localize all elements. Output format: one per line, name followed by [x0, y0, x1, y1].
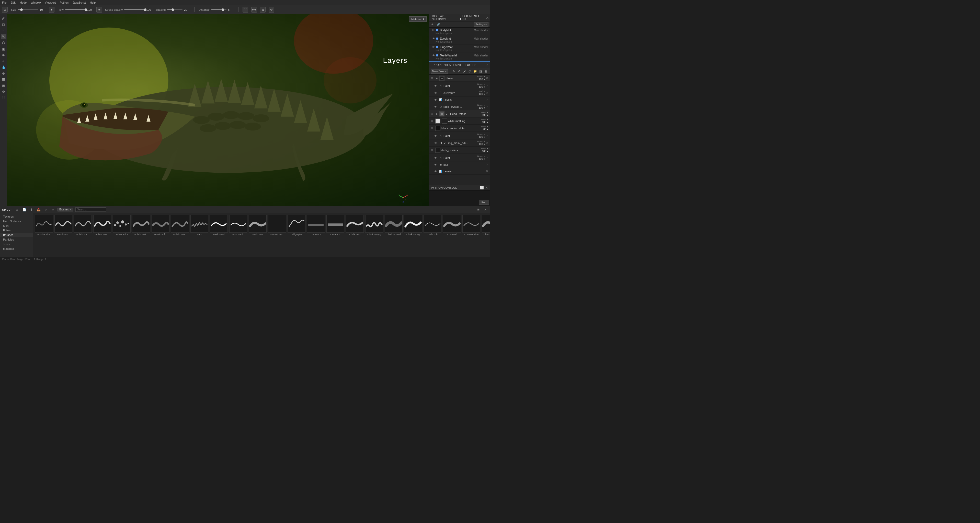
- sidebar-brushes[interactable]: Brushes: [0, 233, 33, 237]
- python-run-button[interactable]: Run: [479, 200, 489, 205]
- flow-shape-btn[interactable]: ●: [96, 7, 102, 13]
- sidebar-textures[interactable]: Textures: [0, 214, 33, 219]
- brush-item-6[interactable]: Artistic Soft...: [151, 215, 170, 236]
- texture-set-item-2[interactable]: 👁 FingerMat Main shader No description: [429, 44, 490, 53]
- close-blur[interactable]: ✕: [486, 163, 488, 166]
- layer-levels-2[interactable]: 👁 📊 Levels ✕: [429, 168, 490, 175]
- shelf-import-btn[interactable]: ⬆: [29, 207, 34, 212]
- tool-bake[interactable]: ⚙: [1, 89, 6, 95]
- brush-item-3[interactable]: Artistic Hea...: [93, 215, 111, 236]
- layer-refresh-btn[interactable]: ↺: [457, 69, 461, 74]
- close-mg-mask[interactable]: ✕: [486, 141, 488, 144]
- shelf-close-btn[interactable]: ✕: [483, 207, 488, 212]
- layer-mask-btn[interactable]: ◨: [478, 69, 483, 74]
- material-dropdown[interactable]: Material ▾: [409, 16, 426, 22]
- brush-item-13[interactable]: Calligraphic: [287, 215, 306, 236]
- tab-layers[interactable]: LAYERS: [463, 63, 479, 67]
- eye-paint-3[interactable]: 👁: [434, 156, 438, 159]
- brush-item-12[interactable]: Basmati Bru...: [268, 215, 286, 236]
- brush-item-8[interactable]: Bark: [190, 215, 208, 236]
- shelf-import2-btn[interactable]: 📥: [36, 207, 41, 212]
- close-paint-1[interactable]: ✕: [486, 84, 488, 87]
- expand-stains[interactable]: ▶: [435, 77, 438, 80]
- python-close-btn[interactable]: ✕: [485, 186, 488, 190]
- mirror-btn[interactable]: ⊞: [260, 7, 266, 13]
- brush-item-21[interactable]: Charcoal: [443, 215, 461, 236]
- close-paint-3[interactable]: ✕: [486, 156, 488, 159]
- eye-blur[interactable]: 👁: [434, 163, 438, 166]
- shelf-expand-btn[interactable]: ⊞: [14, 207, 20, 212]
- eye-icon-1[interactable]: 👁: [432, 37, 435, 40]
- python-body[interactable]: Run: [429, 190, 490, 206]
- brush-item-17[interactable]: Chalk Bumpy: [365, 215, 383, 236]
- layer-head-details[interactable]: 👁 ▶ 🖌 Head Details Norm ▾ 100 ▾: [429, 110, 490, 117]
- eye-paint-1[interactable]: 👁: [434, 84, 438, 87]
- eye-levels-2[interactable]: 👁: [434, 170, 438, 173]
- settings-button[interactable]: Settings ▾: [474, 22, 488, 27]
- texture-set-item-3[interactable]: 👁 TeethMaterial Main shader No descripti…: [429, 53, 490, 61]
- properties-close-btn[interactable]: ✕: [486, 63, 488, 67]
- shelf-brush-tag[interactable]: Brushes ✕: [57, 208, 73, 211]
- brush-item-20[interactable]: Chalk Thin: [423, 215, 442, 236]
- texture-set-item-1[interactable]: 👁 EyesMat Main shader No description: [429, 36, 490, 44]
- layer-brush-btn[interactable]: ✎: [452, 69, 456, 74]
- stroke-type-btn[interactable]: ⌒: [243, 7, 248, 13]
- tool-extra[interactable]: ☷: [1, 95, 6, 101]
- brush-item-14[interactable]: Cement 1: [307, 215, 325, 236]
- flow-slider[interactable]: [65, 9, 86, 10]
- eye-curvature[interactable]: 👁: [434, 92, 438, 95]
- tool-transform[interactable]: ⤢: [1, 58, 6, 64]
- sidebar-particles[interactable]: Particles: [0, 237, 33, 242]
- layer-ratio-crystal[interactable]: 👁 ⬡ ratio_crystal_1 Norm ▾ 100 ▾ ✕: [429, 103, 490, 110]
- menu-edit[interactable]: Edit: [11, 1, 16, 4]
- shelf-new-btn[interactable]: 📄: [22, 207, 27, 212]
- shelf-circle-btn[interactable]: ○: [50, 207, 56, 212]
- sidebar-tools[interactable]: Tools: [0, 242, 33, 246]
- tool-grid[interactable]: ⊞: [1, 83, 6, 88]
- brush-item-23[interactable]: Charcoal Fu...: [482, 215, 490, 236]
- tool-erase[interactable]: ◻: [1, 21, 6, 27]
- menu-mode[interactable]: Mode: [20, 1, 27, 4]
- layer-fill-btn[interactable]: ⬡: [468, 69, 472, 74]
- menu-viewport[interactable]: Viewport: [45, 1, 56, 4]
- sidebar-materials[interactable]: Materials: [0, 246, 33, 251]
- menu-python[interactable]: Python: [60, 1, 68, 4]
- sidebar-filters[interactable]: Filters: [0, 228, 33, 233]
- layer-levels-1[interactable]: 👁 📊 Levels ✕: [429, 97, 490, 103]
- menu-javascript[interactable]: JavaScript: [73, 1, 86, 4]
- brush-item-7[interactable]: Artistic Soft...: [171, 215, 189, 236]
- eye-stains[interactable]: 👁: [431, 77, 434, 80]
- eye-ratio[interactable]: 👁: [434, 105, 438, 108]
- layer-folder-btn[interactable]: 📁: [473, 69, 477, 74]
- layer-black-random-dots[interactable]: 👁 black random dots Norm ▾ 85 ▾: [429, 125, 490, 132]
- channel-dropdown[interactable]: Base Color ▾: [431, 69, 448, 74]
- layer-paint-3[interactable]: 👁 ✎ Paint Norm ▾ 100 ▾ ✕: [429, 154, 490, 162]
- layer-blur[interactable]: 👁 ◉ blur ✕: [429, 162, 490, 168]
- tab-properties-paint[interactable]: PROPERTIES - PAINT: [431, 63, 463, 67]
- tab-texture-set-list[interactable]: TEXTURE SET LIST: [458, 14, 486, 22]
- layer-paint-2[interactable]: 👁 ✎ Paint Norm ▾ 100 ▾ ✕: [429, 132, 490, 139]
- brush-item-16[interactable]: Chalk Bold: [345, 215, 364, 236]
- eye-all-icon[interactable]: 👁: [430, 22, 435, 27]
- tab-display-settings[interactable]: DISPLAY SETTINGS: [430, 14, 458, 22]
- brush-item-18[interactable]: Chalk Spread: [385, 215, 403, 236]
- eye-paint-2[interactable]: 👁: [434, 134, 438, 137]
- brush-item-19[interactable]: Chalk Strong: [404, 215, 422, 236]
- viewport[interactable]: Layers Material ▾ X Y Z: [7, 14, 429, 206]
- close-curvature[interactable]: ✕: [486, 91, 488, 95]
- menu-window[interactable]: Window: [31, 1, 41, 4]
- eye-black-dots[interactable]: 👁: [431, 127, 434, 130]
- eye-levels-1[interactable]: 👁: [434, 98, 438, 101]
- layer-paint-btn[interactable]: 🖌: [462, 69, 467, 74]
- python-minimize-btn[interactable]: ⬜: [480, 186, 484, 190]
- wrap-btn[interactable]: ↺: [269, 7, 274, 13]
- eye-head-details[interactable]: 👁: [431, 113, 434, 116]
- close-paint-2[interactable]: ✕: [486, 134, 488, 137]
- spacing-slider[interactable]: [167, 9, 183, 10]
- tool-drag[interactable]: ⊕: [1, 52, 6, 58]
- symmetry-btn[interactable]: ⟺: [251, 7, 257, 13]
- sidebar-hard-surfaces[interactable]: Hard Surfaces: [0, 219, 33, 223]
- layer-mg-mask[interactable]: 👁 ◨ 🖌 mg_mask_edi... Norm ▾ 100 ▾ ✕: [429, 139, 490, 147]
- tool-clone[interactable]: ✎: [1, 34, 6, 39]
- brush-item-15[interactable]: Cement 2: [326, 215, 345, 236]
